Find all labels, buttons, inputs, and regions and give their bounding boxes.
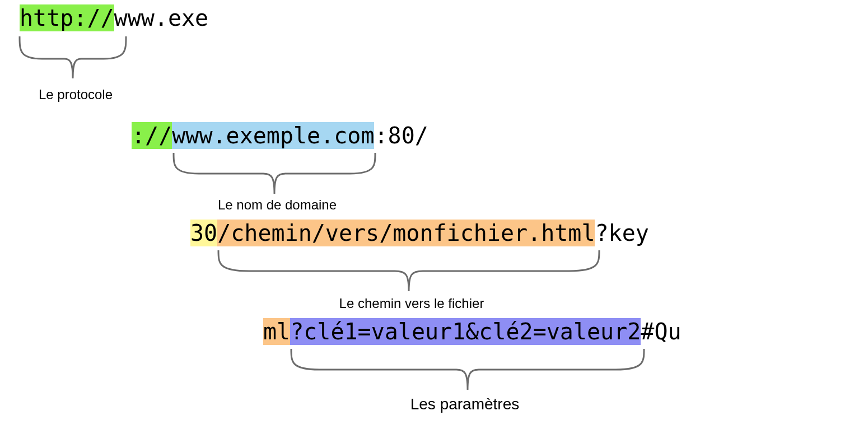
caption-params: Les paramètres: [392, 395, 538, 413]
segment-protocol: http://: [20, 4, 114, 31]
segment-before-domain: ://: [132, 122, 172, 149]
brace-protocol: [17, 34, 129, 84]
segment-before-params: ml: [263, 318, 290, 345]
caption-path: Le chemin vers le fichier: [322, 296, 501, 311]
segment-after-protocol: www.exe: [114, 4, 209, 31]
brace-path: [216, 248, 602, 295]
brace-domain: [171, 150, 378, 198]
caption-domain: Le nom de domaine: [204, 197, 350, 213]
segment-after-path: ?key: [595, 220, 648, 246]
row-domain: ://www.exemple.com:80/: [132, 122, 428, 149]
segment-domain: www.exemple.com: [172, 122, 374, 149]
segment-path: /chemin/vers/monfichier.html: [217, 220, 595, 246]
segment-before-path: 30: [190, 220, 217, 246]
segment-port: :80/: [374, 122, 428, 149]
caption-protocol: Le protocole: [34, 87, 118, 102]
segment-anchor: #Qu: [641, 318, 681, 345]
brace-params: [288, 346, 647, 394]
row-path: 30/chemin/vers/monfichier.html?key: [190, 220, 649, 246]
segment-params: ?clé1=valeur1&clé2=valeur2: [290, 318, 641, 345]
row-params: ml?clé1=valeur1&clé2=valeur2#Qu: [263, 318, 682, 345]
url-anatomy-diagram: http://www.exe Le protocole ://www.exemp…: [0, 0, 868, 448]
row-protocol: http://www.exe: [20, 4, 208, 31]
